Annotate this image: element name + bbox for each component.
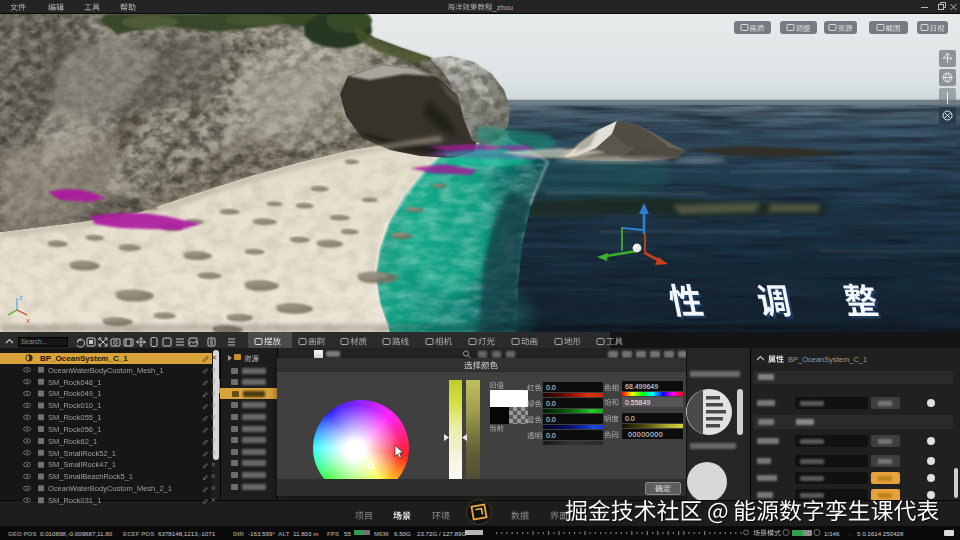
- svg-text:Z: Z: [19, 295, 23, 301]
- svg-text:X: X: [26, 318, 30, 324]
